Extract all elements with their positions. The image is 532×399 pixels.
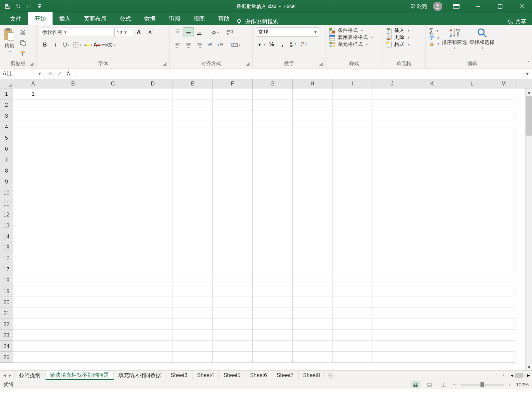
formula-input[interactable] xyxy=(75,68,523,79)
cell[interactable] xyxy=(13,297,53,308)
column-header[interactable]: F xyxy=(213,79,253,88)
increase-indent-button[interactable] xyxy=(215,40,225,50)
cell[interactable] xyxy=(13,132,53,143)
sheet-tab[interactable]: Sheet3 xyxy=(166,371,193,380)
horizontal-scrollbar[interactable]: ◂▸ xyxy=(509,371,532,380)
row-header[interactable]: 12 xyxy=(0,209,13,220)
cell[interactable] xyxy=(93,143,133,154)
tab-split-icon[interactable]: ⋮ xyxy=(498,371,509,380)
dialog-launcher-icon[interactable]: ◢ xyxy=(163,61,167,67)
align-bottom-button[interactable] xyxy=(194,27,204,37)
cell[interactable] xyxy=(372,209,412,220)
row-header[interactable]: 5 xyxy=(0,132,13,143)
new-sheet-button[interactable] xyxy=(325,371,337,380)
cell[interactable] xyxy=(213,330,253,341)
cell[interactable] xyxy=(412,198,452,209)
row-header[interactable]: 16 xyxy=(0,253,13,264)
cell[interactable] xyxy=(293,99,332,110)
cell[interactable] xyxy=(492,88,515,99)
cell[interactable] xyxy=(452,198,492,209)
enter-formula-icon[interactable]: ✓ xyxy=(58,70,62,77)
align-top-button[interactable] xyxy=(173,27,183,37)
cell[interactable] xyxy=(173,165,213,176)
cell[interactable] xyxy=(332,176,372,187)
cell[interactable] xyxy=(293,308,332,319)
column-header[interactable]: C xyxy=(93,79,133,88)
cell[interactable] xyxy=(412,308,452,319)
cell[interactable] xyxy=(293,165,332,176)
cell[interactable] xyxy=(412,88,452,99)
cell[interactable] xyxy=(13,198,53,209)
tab-data[interactable]: 数据 xyxy=(138,12,162,25)
format-as-table-button[interactable]: 套用表格格式▾ xyxy=(329,34,379,41)
cell[interactable] xyxy=(93,352,133,363)
cell[interactable] xyxy=(133,165,173,176)
cell[interactable] xyxy=(332,275,372,286)
row-header[interactable]: 25 xyxy=(0,352,13,363)
cell[interactable] xyxy=(173,352,213,363)
cell[interactable] xyxy=(93,165,133,176)
row-header[interactable]: 3 xyxy=(0,110,13,121)
close-button[interactable] xyxy=(514,0,530,13)
cell[interactable] xyxy=(253,110,293,121)
column-header[interactable]: B xyxy=(53,79,93,88)
cell[interactable] xyxy=(332,143,372,154)
row-header[interactable]: 23 xyxy=(0,330,13,341)
cell[interactable] xyxy=(293,275,332,286)
cell[interactable] xyxy=(53,341,93,352)
cell[interactable] xyxy=(133,220,173,231)
cell[interactable] xyxy=(412,286,452,297)
cell[interactable] xyxy=(293,110,332,121)
cell[interactable] xyxy=(133,88,173,99)
cell[interactable] xyxy=(293,352,332,363)
cell[interactable] xyxy=(133,187,173,198)
cell[interactable] xyxy=(213,297,253,308)
cell[interactable] xyxy=(492,253,515,264)
cell[interactable] xyxy=(173,319,213,330)
cell[interactable] xyxy=(13,330,53,341)
cell[interactable] xyxy=(332,209,372,220)
cell[interactable] xyxy=(412,132,452,143)
cell[interactable] xyxy=(173,242,213,253)
cell[interactable] xyxy=(173,253,213,264)
sheet-tab[interactable]: Sheet7 xyxy=(272,371,299,380)
cell[interactable] xyxy=(93,198,133,209)
cell[interactable] xyxy=(13,187,53,198)
sheet-tab[interactable]: Sheet5 xyxy=(219,371,245,380)
decrease-decimal-button[interactable]: .00.0 xyxy=(299,39,309,49)
decrease-font-button[interactable]: Aˇ xyxy=(146,27,156,37)
cell[interactable] xyxy=(293,121,332,132)
merge-center-button[interactable]: ▾ xyxy=(231,40,241,50)
cell[interactable] xyxy=(492,198,515,209)
number-format-combo[interactable]: 常规▾ xyxy=(256,27,319,37)
cell[interactable] xyxy=(173,88,213,99)
cell[interactable] xyxy=(213,275,253,286)
column-header[interactable]: I xyxy=(332,79,372,88)
cell[interactable] xyxy=(213,99,253,110)
cell[interactable] xyxy=(133,143,173,154)
cell[interactable] xyxy=(173,110,213,121)
phonetic-guide-button[interactable]: wén文▾ xyxy=(104,40,114,50)
cell[interactable] xyxy=(332,165,372,176)
cell[interactable]: 1 xyxy=(13,88,53,99)
cell[interactable] xyxy=(13,242,53,253)
ribbon-display-options-icon[interactable] xyxy=(448,0,464,13)
cell[interactable] xyxy=(372,88,412,99)
cell[interactable] xyxy=(492,176,515,187)
cell[interactable] xyxy=(93,88,133,99)
cell[interactable] xyxy=(173,220,213,231)
cell[interactable] xyxy=(293,264,332,275)
cell[interactable] xyxy=(93,132,133,143)
align-right-button[interactable] xyxy=(194,40,204,50)
cell[interactable] xyxy=(213,308,253,319)
cell[interactable] xyxy=(452,132,492,143)
cell[interactable] xyxy=(53,264,93,275)
cell[interactable] xyxy=(13,308,53,319)
cell[interactable] xyxy=(492,319,515,330)
cell[interactable] xyxy=(372,165,412,176)
cell[interactable] xyxy=(253,330,293,341)
cell[interactable] xyxy=(293,242,332,253)
cell[interactable] xyxy=(133,99,173,110)
cell[interactable] xyxy=(173,154,213,165)
cell[interactable] xyxy=(213,165,253,176)
